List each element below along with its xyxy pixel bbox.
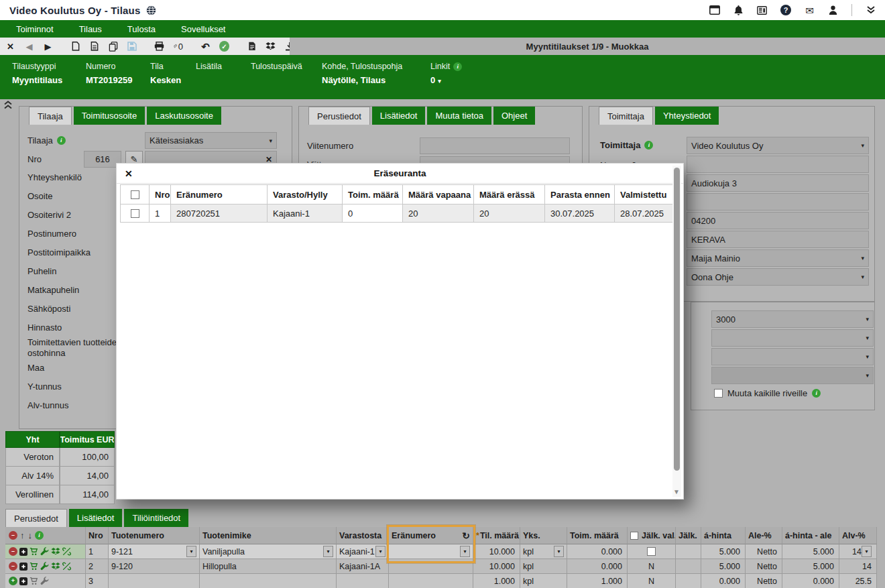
tab-muuta-tietoa[interactable]: Muuta tietoa <box>427 107 491 125</box>
chevron-down-icon[interactable]: ▾ <box>862 335 869 341</box>
supplier-field-0[interactable]: Video Koulutus Oy▾ <box>687 137 869 154</box>
chevron-down-icon[interactable]: ▾ <box>857 142 864 149</box>
row-default-field-2[interactable]: ▾ <box>711 348 874 365</box>
modal-scrollbar-thumb[interactable] <box>674 168 680 471</box>
jalk-val-header-checkbox[interactable] <box>630 532 638 540</box>
copy-row-icon[interactable] <box>19 577 27 585</box>
chevron-down-icon[interactable]: ▾ <box>438 78 441 84</box>
cell-varastosta[interactable]: Kajaani-1▾ <box>337 544 389 559</box>
tab-perustiedot[interactable]: Perustiedot <box>308 107 370 125</box>
dropdown-arrow-icon[interactable]: ▾ <box>323 546 333 557</box>
customer-select-combobox[interactable]: Käteisasiakas▾ <box>145 132 277 149</box>
new-document-icon[interactable] <box>70 42 80 51</box>
remove-line-icon[interactable]: – <box>9 531 17 540</box>
cell-tuotenimike[interactable]: Vaniljapulla▾ <box>200 544 337 559</box>
tab-lines-perustiedot[interactable]: Perustiedot <box>5 509 67 527</box>
select-all-checkbox[interactable] <box>131 190 139 199</box>
tab-lines-tiliointitiedot[interactable]: Tiliöintitiedot <box>124 509 188 527</box>
dropdown-arrow-icon[interactable]: ▾ <box>375 546 386 557</box>
remove-row-icon[interactable]: – <box>9 547 17 556</box>
chevron-down-icon[interactable]: ▾ <box>857 274 864 280</box>
window-switch-icon[interactable] <box>709 5 720 15</box>
tab-ohjeet[interactable]: Ohjeet <box>493 107 535 125</box>
next-record-icon[interactable]: ▶ <box>43 42 53 52</box>
row-default-field-0[interactable]: 3000▾ <box>711 310 874 328</box>
close-record-icon[interactable]: ✕ <box>5 42 15 52</box>
supplier-field-5: KERAVA <box>687 231 869 248</box>
unlink-icon[interactable] <box>62 562 71 571</box>
mail-icon[interactable]: ✉ <box>805 5 815 15</box>
move-down-arrow-icon[interactable]: ↓ <box>27 530 34 540</box>
open-document-icon[interactable] <box>89 42 99 51</box>
tab-yhteystiedot[interactable]: Yhteystiedot <box>655 107 719 125</box>
viitenumero-input[interactable] <box>420 137 570 154</box>
cart-icon[interactable] <box>30 562 38 571</box>
cell-yks[interactable]: kpl▾ <box>520 544 567 559</box>
tab-lisatiedot[interactable]: Lisätiedot <box>372 107 426 125</box>
previous-record-icon[interactable]: ◀ <box>24 42 34 52</box>
attachments-icon[interactable]: 0 <box>173 42 183 52</box>
cart-icon[interactable] <box>30 577 38 585</box>
tab-toimittaja[interactable]: Toimittaja <box>599 107 653 125</box>
chevron-down-icon[interactable]: ▾ <box>862 372 869 379</box>
tab-tilaaja[interactable]: Tilaaja <box>29 107 72 125</box>
copy-row-icon[interactable] <box>19 548 27 556</box>
header-field-value[interactable]: 0▾ <box>430 75 471 86</box>
cart-icon[interactable] <box>30 547 38 556</box>
tab-toimitusosoite[interactable]: Toimitusosoite <box>74 107 145 125</box>
dropdown-arrow-icon[interactable]: ▾ <box>460 546 470 557</box>
row-default-field-3[interactable]: ▾ <box>711 367 874 384</box>
dropbox-icon[interactable] <box>51 563 60 571</box>
dropbox-icon[interactable] <box>51 548 60 556</box>
modal-scroll-down-icon[interactable]: ▼ <box>673 488 680 495</box>
remove-row-icon[interactable]: – <box>9 562 17 571</box>
cell-alv_pros[interactable]: 14▾ <box>839 544 877 559</box>
move-up-arrow-icon[interactable]: ↑ <box>19 530 25 540</box>
dropbox-icon[interactable] <box>266 42 276 51</box>
collapse-header-chevron-icon[interactable] <box>866 6 876 14</box>
news-icon[interactable] <box>757 6 767 15</box>
wrench-icon[interactable] <box>40 577 49 585</box>
chevron-down-icon[interactable]: ▾ <box>862 316 869 322</box>
row-default-field-1[interactable]: ▾ <box>711 329 874 347</box>
chevron-down-icon[interactable]: ▾ <box>862 353 869 360</box>
tab-lines-lisatiedot[interactable]: Lisätiedot <box>69 509 123 527</box>
save-icon[interactable] <box>127 42 137 51</box>
cell-tuotenumero[interactable]: 9-121▾ <box>109 544 200 559</box>
wrench-icon[interactable] <box>40 562 49 571</box>
modal-scrollbar[interactable]: ▼ <box>672 166 681 497</box>
dropdown-arrow-icon[interactable]: ▾ <box>862 546 872 557</box>
copy-document-icon[interactable] <box>108 42 118 52</box>
undo-icon[interactable]: ↶ <box>200 42 211 52</box>
help-icon[interactable]: ? <box>780 5 791 15</box>
row-select-checkbox[interactable] <box>131 209 139 218</box>
wrench-icon[interactable] <box>40 547 49 556</box>
menu-toiminnot[interactable]: Toiminnot <box>16 24 54 34</box>
jalk-val-checkbox[interactable] <box>647 547 656 556</box>
dropdown-arrow-icon[interactable]: ▾ <box>186 546 196 557</box>
notifications-bell-icon[interactable] <box>733 5 744 15</box>
add-row-icon[interactable]: + <box>9 577 17 585</box>
cell-eranumero[interactable]: ▾ <box>389 544 473 559</box>
menu-tilaus[interactable]: Tilaus <box>79 24 102 34</box>
report-document-icon[interactable] <box>247 42 257 51</box>
totals-row-label: Verollinen <box>5 485 60 504</box>
user-icon[interactable] <box>828 5 838 15</box>
supplier-field-6[interactable]: Maija Mainio▾ <box>687 249 869 267</box>
modal-close-x-icon[interactable]: ✕ <box>125 164 133 184</box>
collapse-panel-chevron-icon[interactable] <box>3 101 13 111</box>
tab-laskutusosoite[interactable]: Laskutusosoite <box>147 107 221 125</box>
refresh-icon[interactable]: ↻ <box>459 530 470 541</box>
menu-sovellukset[interactable]: Sovellukset <box>181 24 225 34</box>
dropdown-arrow-icon[interactable]: ▾ <box>554 546 564 557</box>
menu-tulosta[interactable]: Tulosta <box>127 24 156 34</box>
chevron-down-icon[interactable]: ▾ <box>265 137 272 144</box>
supplier-field-7[interactable]: Oona Ohje▾ <box>687 268 869 286</box>
approve-icon[interactable]: ✓ <box>219 41 229 52</box>
apply-all-rows-checkbox[interactable] <box>714 389 723 398</box>
unlink-icon[interactable] <box>62 547 71 556</box>
tilaaja-info-icon: i <box>57 136 66 145</box>
print-icon[interactable] <box>154 42 164 51</box>
copy-row-icon[interactable] <box>19 563 27 571</box>
chevron-down-icon[interactable]: ▾ <box>857 255 864 261</box>
